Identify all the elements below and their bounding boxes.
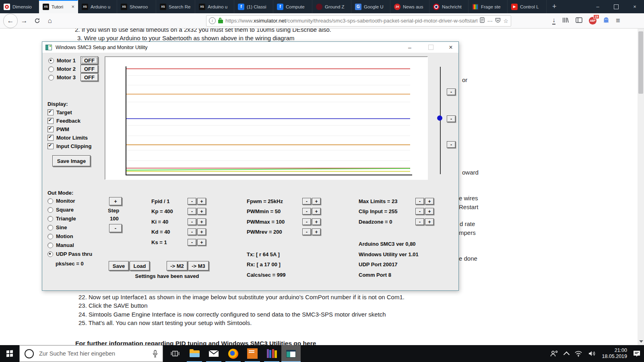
clip-input-plus-button[interactable]: + <box>425 208 434 215</box>
pwmmin-minus-button[interactable]: - <box>302 208 311 215</box>
motion-radio[interactable] <box>47 234 53 239</box>
scrollbar-thumb[interactable] <box>638 31 643 94</box>
task-view-button[interactable] <box>165 345 185 362</box>
sine-radio[interactable] <box>47 225 53 230</box>
back-button[interactable]: ← <box>3 14 18 28</box>
microphone-icon[interactable] <box>153 350 158 358</box>
kp-plus-button[interactable]: + <box>197 208 206 215</box>
library-icon[interactable] <box>562 17 569 25</box>
taskbar-mail[interactable] <box>204 345 223 362</box>
pwmmax-plus-button[interactable]: + <box>312 218 321 225</box>
pwmrev-plus-button[interactable]: + <box>312 228 321 235</box>
page-info-icon[interactable]: i <box>209 17 216 24</box>
manual-radio[interactable] <box>47 243 53 248</box>
copy-to-m3-button[interactable]: -> M3 <box>188 261 209 271</box>
action-center-icon[interactable] <box>633 350 641 357</box>
kp-minus-button[interactable]: - <box>188 208 196 215</box>
page-actions-icon[interactable]: ⋯ <box>487 18 493 24</box>
fpwm-plus-button[interactable]: + <box>312 198 321 205</box>
copy-to-m2-button[interactable]: -> M2 <box>167 261 188 271</box>
ghostery-icon[interactable] <box>603 16 609 25</box>
downloads-icon[interactable]: ↓ <box>552 17 555 25</box>
reload-button[interactable] <box>31 14 43 27</box>
kd-minus-button[interactable]: - <box>188 228 196 235</box>
taskbar-winrar[interactable] <box>262 345 281 362</box>
browser-minimize-button[interactable]: – <box>588 0 607 13</box>
people-icon[interactable] <box>550 350 559 357</box>
tab-nachrichten[interactable]: Nachricht <box>429 0 469 13</box>
forward-button[interactable]: → <box>18 14 31 27</box>
fpid-plus-button[interactable]: + <box>197 198 206 205</box>
tab-arduino-1[interactable]: XS Arduino u <box>78 0 117 13</box>
trace-minus-button-middle[interactable]: - <box>447 115 456 122</box>
trace-minus-button-lower[interactable]: - <box>447 141 456 148</box>
tab-news[interactable]: 24 News aus <box>390 0 429 13</box>
ks-minus-button[interactable]: - <box>188 239 196 246</box>
tab-dimension[interactable]: Dimensio <box>0 0 39 13</box>
taskbar-clock[interactable]: 21:00 18.05.2019 <box>602 348 627 360</box>
step-plus-button[interactable]: + <box>109 197 122 206</box>
feedback-checkbox[interactable] <box>47 118 54 124</box>
tab-showroom[interactable]: XS Showroo <box>117 0 156 13</box>
browser-close-button[interactable]: × <box>625 0 644 13</box>
trace-minus-button-upper[interactable]: - <box>447 88 456 95</box>
tab-arduino-2[interactable]: XS Arduino u <box>195 0 234 13</box>
start-button[interactable] <box>0 345 19 362</box>
tab-facebook-1[interactable]: f (1) Classi <box>234 0 273 13</box>
step-minus-button[interactable]: - <box>109 224 122 232</box>
max-limits-minus-button[interactable]: - <box>415 198 424 205</box>
ks-plus-button[interactable]: + <box>197 239 206 246</box>
save-button[interactable]: Save <box>109 261 129 271</box>
deadzone-minus-button[interactable]: - <box>415 218 424 225</box>
taskbar-smc3-active[interactable] <box>281 345 301 362</box>
max-limits-plus-button[interactable]: + <box>425 198 434 205</box>
motor2-off-button[interactable]: OFF <box>80 65 98 73</box>
wifi-icon[interactable] <box>574 350 582 357</box>
save-image-button[interactable]: Save Image <box>52 155 91 167</box>
volume-icon[interactable] <box>588 350 596 357</box>
https-lock-icon[interactable] <box>218 20 223 23</box>
fpwm-minus-button[interactable]: - <box>302 198 311 205</box>
kd-plus-button[interactable]: + <box>197 228 206 235</box>
pwmmax-minus-button[interactable]: - <box>302 218 311 225</box>
tab-search[interactable]: XS Search Re <box>156 0 195 13</box>
pwmmin-plus-button[interactable]: + <box>312 208 321 215</box>
motor3-radio[interactable] <box>48 75 54 80</box>
motor2-radio[interactable] <box>48 66 54 72</box>
browser-scrollbar[interactable] <box>638 28 644 345</box>
load-button[interactable]: Load <box>130 261 150 271</box>
tab-ground-zero[interactable]: Ground Z <box>312 0 351 13</box>
home-button[interactable]: ⌂ <box>43 14 56 27</box>
scale-slider-handle[interactable] <box>437 115 442 121</box>
taskbar-orange-app[interactable] <box>243 345 262 362</box>
motor-limits-checkbox[interactable] <box>47 135 54 141</box>
bookmark-star-icon[interactable]: ☆ <box>503 18 508 24</box>
ki-minus-button[interactable]: - <box>188 218 196 225</box>
taskbar-search-input[interactable]: Zur Suche Text hier eingeben <box>19 345 163 362</box>
scrollbar-down-arrow[interactable] <box>639 340 643 343</box>
fpid-minus-button[interactable]: - <box>188 198 196 205</box>
taskbar-firefox[interactable] <box>223 345 243 362</box>
udp-pass-thru-radio[interactable] <box>47 251 53 257</box>
target-checkbox[interactable] <box>47 109 54 115</box>
smc3-titlebar[interactable]: Windows SMC3 Setup and Monitor Utility –… <box>42 42 458 53</box>
tab-tutorial-active[interactable]: XS Tutori × <box>39 0 78 13</box>
monitor-radio[interactable] <box>47 198 53 204</box>
url-bar[interactable]: i https://www.xsimulator.net/community/t… <box>206 15 511 27</box>
pwmrev-minus-button[interactable]: - <box>302 228 311 235</box>
new-tab-button[interactable]: + <box>547 0 562 13</box>
square-radio[interactable] <box>47 207 53 213</box>
tab-frage[interactable]: Frage ste <box>469 0 508 13</box>
tab-close-icon[interactable]: × <box>70 4 75 10</box>
motor1-off-button[interactable]: OFF <box>80 56 98 64</box>
tab-facebook-2[interactable]: f Compute <box>273 0 312 13</box>
motor1-radio[interactable] <box>48 58 54 64</box>
smc3-close-button[interactable]: × <box>445 42 457 53</box>
tray-expand-icon[interactable] <box>564 351 570 358</box>
taskbar-file-explorer[interactable] <box>185 345 204 362</box>
pocket-icon[interactable] <box>495 18 501 24</box>
clip-input-minus-button[interactable]: - <box>415 208 424 215</box>
menu-icon[interactable]: ≡ <box>616 16 620 25</box>
ki-plus-button[interactable]: + <box>197 218 206 225</box>
reader-view-icon[interactable] <box>480 17 485 24</box>
